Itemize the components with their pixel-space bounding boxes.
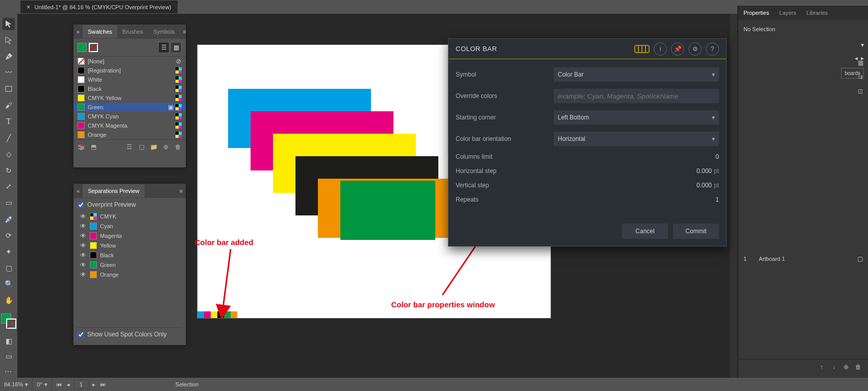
vstep-value[interactable]: 0.000pt — [554, 182, 719, 189]
visibility-icon[interactable]: 👁 — [80, 252, 87, 259]
orientation-dropdown[interactable]: Horizontal▾ — [554, 132, 719, 146]
curvature-tool[interactable]: 〰 — [3, 67, 15, 79]
eyedropper-tool[interactable]: 💉 — [3, 213, 15, 225]
swatch-row[interactable]: CMYK Magenta — [73, 121, 186, 130]
rectangle-tool[interactable] — [3, 83, 15, 95]
swatch-row[interactable]: CMYK Yellow — [73, 93, 186, 103]
tabs-icon[interactable] — [634, 45, 650, 53]
delete-artboard-icon[interactable]: 🗑 — [854, 362, 863, 372]
override-input[interactable] — [554, 89, 719, 103]
separation-row[interactable]: 👁Yellow — [78, 240, 182, 250]
panel-menu-icon[interactable]: ≡ — [177, 188, 186, 194]
corner-dropdown[interactable]: Left Bottom▾ — [554, 110, 719, 125]
pin-icon[interactable]: 📌 — [671, 42, 684, 56]
swatch-row[interactable]: White — [73, 75, 186, 84]
first-icon[interactable]: ⏮ — [55, 380, 63, 388]
scale-tool[interactable]: ⤢ — [3, 180, 15, 192]
symbols-tab[interactable]: Symbols — [148, 25, 180, 38]
artboard-row[interactable]: 1 Artboard 1 ▢ — [738, 253, 868, 265]
brushes-tab[interactable]: Brushes — [117, 25, 148, 38]
separation-row[interactable]: 👁Black — [78, 250, 182, 260]
help-icon[interactable]: ? — [706, 42, 719, 56]
blend-tool[interactable]: ⟳ — [3, 229, 15, 241]
chevron-down-icon[interactable]: ▾ — [861, 41, 864, 48]
show-spot-checkbox-input[interactable] — [78, 331, 84, 338]
swatch-row[interactable]: [None]⊘ — [73, 57, 186, 66]
prev-icon[interactable]: ◂ — [64, 380, 72, 388]
page-field[interactable]: 1 — [73, 380, 89, 389]
visibility-icon[interactable]: 👁 — [80, 242, 87, 249]
visibility-icon[interactable]: 👁 — [80, 271, 87, 278]
separation-row[interactable]: 👁CMYK — [78, 211, 182, 221]
columns-value[interactable]: 0 — [554, 153, 719, 160]
chevron-down-icon[interactable]: ▾ — [25, 381, 28, 388]
add-to-library-icon[interactable]: ⬒ — [89, 142, 98, 152]
align-icon[interactable]: ⇉ — [854, 71, 866, 83]
swatch-row[interactable]: [Registration] — [73, 66, 186, 75]
panel-collapse-icon[interactable]: « — [73, 188, 83, 194]
info-icon[interactable]: i — [654, 42, 667, 56]
swatch-row[interactable]: Black — [73, 84, 186, 93]
separation-row[interactable]: 👁Green — [78, 260, 182, 270]
tab-properties[interactable]: Properties — [738, 6, 774, 20]
color-mode-icon[interactable]: ◧ — [3, 335, 15, 347]
fill-stroke-indicator[interactable] — [1, 313, 16, 329]
separation-row[interactable]: 👁Orange — [78, 270, 182, 279]
pen-tool[interactable] — [3, 51, 15, 63]
overprint-checkbox[interactable]: Overprint Preview — [78, 201, 182, 208]
separations-tab[interactable]: Separations Preview — [83, 184, 144, 198]
swatch-row[interactable]: Orange — [73, 130, 186, 139]
swatch-libraries-icon[interactable]: 📚 — [77, 142, 86, 152]
new-swatch-icon[interactable]: ⊕ — [161, 142, 170, 152]
separation-row[interactable]: 👁Magenta — [78, 231, 182, 240]
swatch-row[interactable]: Green▣ — [73, 103, 186, 112]
stroke-swatch[interactable] — [6, 319, 16, 329]
tab-layers[interactable]: Layers — [774, 6, 801, 20]
transparency-icon[interactable]: ▦ — [854, 57, 866, 69]
visibility-icon[interactable]: 👁 — [80, 232, 87, 239]
move-down-icon[interactable]: ↓ — [829, 362, 838, 372]
visibility-icon[interactable]: 👁 — [80, 213, 87, 220]
artboard-tool[interactable]: ▢ — [3, 262, 15, 274]
new-color-group-icon[interactable]: 📁 — [149, 142, 158, 152]
next-icon[interactable]: ▸ — [90, 380, 98, 388]
fill-indicator[interactable] — [78, 43, 87, 52]
color-bar[interactable] — [197, 311, 237, 318]
show-spot-checkbox[interactable]: Show Used Spot Colors Only — [78, 331, 166, 338]
last-icon[interactable]: ⏭ — [99, 380, 107, 388]
swatch-options-icon[interactable]: ▢ — [137, 142, 146, 152]
rotate-tool[interactable]: ↻ — [3, 164, 15, 177]
pathfinder-icon[interactable]: ⊡ — [854, 85, 866, 97]
zoom-tool[interactable]: 🔍 — [3, 278, 15, 290]
brush-tool[interactable]: 🖌 — [3, 99, 15, 111]
delete-swatch-icon[interactable]: 🗑 — [173, 142, 183, 152]
stroke-indicator[interactable] — [89, 43, 98, 52]
settings-icon[interactable]: ⚙ — [688, 42, 702, 56]
screen-mode-icon[interactable]: ▭ — [3, 350, 15, 362]
more-tools-icon[interactable]: ⋯ — [3, 365, 15, 378]
hand-tool[interactable]: ✋ — [3, 294, 15, 306]
direct-selection-tool[interactable] — [3, 34, 15, 46]
close-tab-icon[interactable]: × — [27, 3, 31, 11]
move-up-icon[interactable]: ↑ — [817, 362, 826, 372]
visibility-icon[interactable]: 👁 — [80, 261, 87, 268]
cancel-button[interactable]: Cancel — [622, 224, 668, 239]
rectangle-green[interactable] — [340, 181, 435, 240]
artboard-options-icon[interactable]: ▢ — [857, 255, 863, 262]
panel-menu-icon[interactable]: ≡ — [180, 29, 189, 35]
overprint-checkbox-input[interactable] — [78, 202, 84, 208]
symbol-sprayer-tool[interactable]: ✦ — [3, 246, 15, 258]
swatch-row[interactable]: CMYK Cyan — [73, 112, 186, 121]
document-tab[interactable]: × Untitled-1* @ 84.16 % (CMYK/CPU Overpr… — [20, 1, 178, 13]
list-view-icon[interactable]: ☰ — [158, 42, 169, 53]
shape-tool[interactable]: ◇ — [3, 148, 15, 160]
width-tool[interactable]: ▭ — [3, 197, 15, 209]
separation-row[interactable]: 👁Cyan — [78, 221, 182, 231]
repeats-value[interactable]: 1 — [554, 196, 719, 203]
angle-field[interactable]: 0° ▾ — [33, 378, 52, 391]
tab-libraries[interactable]: Libraries — [801, 6, 833, 20]
zoom-field[interactable]: 84.16% ▾ — [0, 378, 33, 391]
visibility-icon[interactable]: 👁 — [80, 223, 87, 230]
grid-view-icon[interactable]: ▦ — [170, 42, 182, 53]
selection-tool[interactable] — [3, 18, 15, 30]
